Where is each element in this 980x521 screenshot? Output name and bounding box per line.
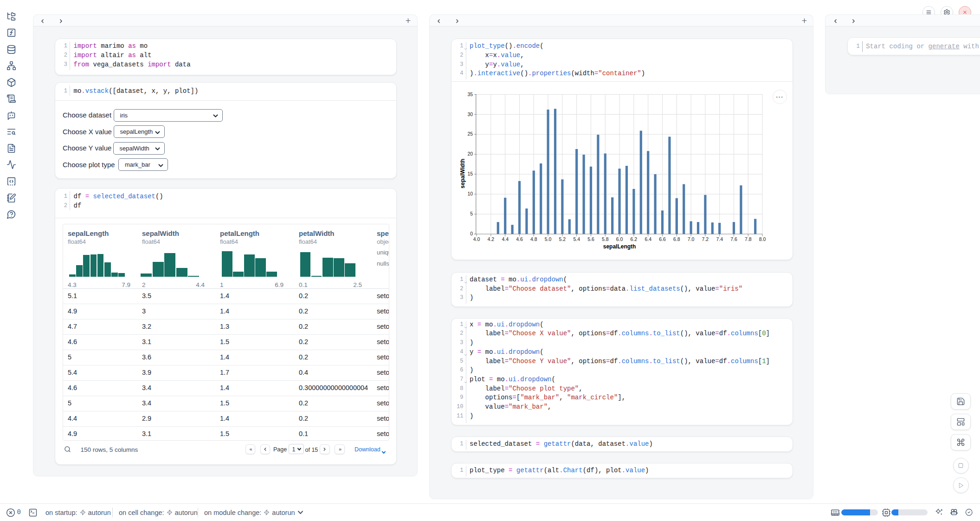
svg-text:4.2: 4.2 bbox=[487, 236, 494, 241]
svg-text:sepalWidth: sepalWidth bbox=[459, 158, 466, 188]
svg-text:5.2: 5.2 bbox=[559, 236, 566, 241]
svg-text:5.6: 5.6 bbox=[587, 236, 594, 241]
svg-text:4.6: 4.6 bbox=[516, 236, 523, 241]
svg-text:8.0: 8.0 bbox=[759, 236, 766, 241]
svg-text:5.4: 5.4 bbox=[573, 236, 580, 241]
svg-text:5: 5 bbox=[470, 211, 473, 216]
svg-text:5.0: 5.0 bbox=[544, 236, 551, 241]
svg-text:4.8: 4.8 bbox=[530, 236, 537, 241]
svg-text:30: 30 bbox=[467, 111, 473, 117]
svg-text:sepalLength: sepalLength bbox=[603, 243, 636, 250]
svg-text:20: 20 bbox=[467, 151, 473, 156]
svg-text:7.8: 7.8 bbox=[744, 236, 751, 241]
svg-text:5.8: 5.8 bbox=[601, 236, 608, 241]
svg-text:6.4: 6.4 bbox=[645, 236, 651, 241]
svg-text:4.4: 4.4 bbox=[502, 236, 509, 241]
svg-text:10: 10 bbox=[467, 191, 473, 196]
svg-text:6.8: 6.8 bbox=[673, 236, 680, 241]
svg-text:35: 35 bbox=[467, 91, 473, 97]
svg-text:4.0: 4.0 bbox=[473, 236, 480, 241]
svg-text:0: 0 bbox=[470, 231, 473, 236]
svg-text:7.6: 7.6 bbox=[730, 236, 737, 241]
svg-text:7.2: 7.2 bbox=[702, 236, 709, 241]
svg-text:6.2: 6.2 bbox=[630, 236, 637, 241]
svg-text:6.6: 6.6 bbox=[659, 236, 666, 241]
svg-text:6.0: 6.0 bbox=[616, 236, 623, 241]
svg-text:7.4: 7.4 bbox=[716, 236, 723, 241]
svg-text:7.0: 7.0 bbox=[687, 236, 694, 241]
svg-text:25: 25 bbox=[467, 131, 473, 137]
svg-text:15: 15 bbox=[467, 171, 473, 176]
